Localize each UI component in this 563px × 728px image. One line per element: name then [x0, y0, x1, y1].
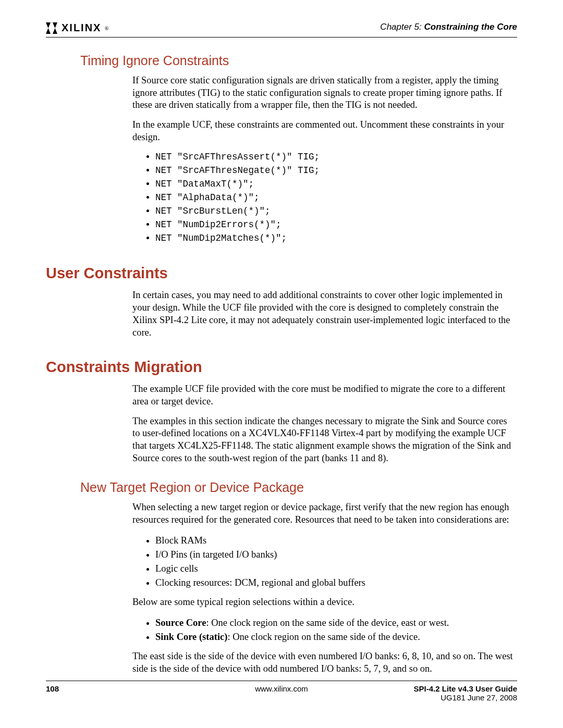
body-text: The examples in this section indicate th…: [132, 415, 515, 465]
footer-url: www.xilinx.com: [46, 684, 517, 693]
list-item: I/O Pins (in targeted I/O banks): [155, 548, 515, 562]
code-item: NET "SrcAFThresNegate(*)" TIG;: [155, 164, 515, 178]
heading-constraints-migration: Constraints Migration: [46, 359, 517, 376]
code-item: NET "SrcBurstLen(*)";: [155, 205, 515, 218]
term: Source Core: [155, 618, 206, 628]
registered-mark: ®: [104, 25, 108, 31]
chapter-title: Constraining the Core: [424, 22, 517, 32]
code-item: NET "AlphaData(*)";: [155, 191, 515, 205]
logo-text: XILINX: [62, 22, 101, 34]
term: Sink Core (static): [155, 632, 227, 642]
svg-marker-1: [46, 28, 51, 34]
code-item: NET "NumDip2Matches(*)";: [155, 232, 515, 245]
body-text: The example UCF file provided with the c…: [132, 383, 515, 408]
body-text: The east side is the side of the device …: [132, 650, 515, 675]
resource-list: Block RAMs I/O Pins (in targeted I/O ban…: [132, 534, 515, 590]
body-text: Below are some typical region selections…: [132, 596, 515, 609]
svg-marker-2: [53, 22, 57, 28]
heading-new-target: New Target Region or Device Package: [80, 480, 517, 495]
list-item: Source Core: One clock region on the sam…: [155, 616, 515, 630]
definition: : One clock region on the same side of t…: [206, 618, 449, 628]
page-header: XILINX® Chapter 5: Constraining the Core: [46, 22, 517, 38]
list-item: Logic cells: [155, 562, 515, 576]
definition: : One clock region on the same side of t…: [227, 632, 420, 642]
xilinx-logo-icon: [46, 22, 59, 34]
body-text: In the example UCF, these constraints ar…: [132, 119, 515, 143]
list-item: Block RAMs: [155, 534, 515, 548]
heading-user-constraints: User Constraints: [46, 265, 517, 282]
svg-marker-3: [53, 28, 57, 34]
code-list: NET "SrcAFThresAssert(*)" TIG; NET "SrcA…: [132, 151, 515, 245]
doc-id: UG181 June 27, 2008: [414, 693, 517, 702]
page-footer: 108 www.xilinx.com SPI-4.2 Lite v4.3 Use…: [46, 681, 517, 702]
svg-marker-0: [46, 22, 51, 28]
body-text: In certain cases, you may need to add ad…: [132, 289, 515, 339]
body-text: When selecting a new target region or de…: [132, 501, 515, 526]
chapter-label: Chapter 5: Constraining the Core: [380, 22, 517, 32]
chapter-prefix: Chapter 5:: [380, 22, 421, 32]
code-item: NET "NumDip2Errors(*)";: [155, 218, 515, 232]
list-item: Clocking resources: DCM, regional and gl…: [155, 576, 515, 590]
code-item: NET "SrcAFThresAssert(*)" TIG;: [155, 151, 515, 164]
logo: XILINX®: [46, 22, 109, 34]
heading-timing-ignore: Timing Ignore Constraints: [80, 53, 517, 68]
body-text: If Source core static configuration sign…: [132, 75, 515, 112]
code-item: NET "DataMaxT(*)";: [155, 178, 515, 191]
region-list: Source Core: One clock region on the sam…: [132, 616, 515, 644]
list-item: Sink Core (static): One clock region on …: [155, 630, 515, 644]
